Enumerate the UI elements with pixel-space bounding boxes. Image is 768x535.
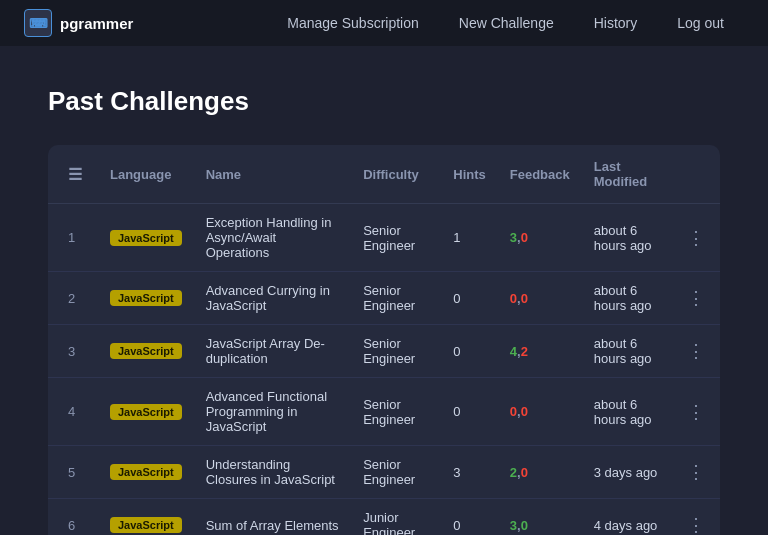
row-id: 3 [48, 325, 98, 378]
row-actions[interactable]: ⋮ [672, 499, 720, 536]
row-feedback: 4,2 [498, 325, 582, 378]
row-menu-button[interactable]: ⋮ [684, 401, 708, 423]
table-row: 2 JavaScript Advanced Currying in JavaSc… [48, 272, 720, 325]
row-hints: 0 [441, 325, 498, 378]
row-difficulty: Senior Engineer [351, 325, 441, 378]
logo-text: pgrammer [60, 15, 133, 32]
row-name: Advanced Currying in JavaScript [194, 272, 352, 325]
table-row: 1 JavaScript Exception Handling in Async… [48, 204, 720, 272]
logo-icon: ⌨ [24, 9, 52, 37]
feedback-positive: 0 [510, 291, 517, 306]
challenges-table-container: ☰ Language Name Difficulty Hints Feedbac… [48, 145, 720, 535]
table-row: 6 JavaScript Sum of Array Elements Junio… [48, 499, 720, 536]
nav-logout[interactable]: Log out [657, 0, 744, 46]
page-title: Past Challenges [48, 86, 720, 117]
row-name: Sum of Array Elements [194, 499, 352, 536]
row-language: JavaScript [98, 272, 194, 325]
row-difficulty: Senior Engineer [351, 204, 441, 272]
row-feedback: 0,0 [498, 272, 582, 325]
row-actions[interactable]: ⋮ [672, 204, 720, 272]
language-badge: JavaScript [110, 230, 182, 246]
row-feedback: 3,0 [498, 499, 582, 536]
language-badge: JavaScript [110, 517, 182, 533]
row-difficulty: Senior Engineer [351, 446, 441, 499]
row-feedback: 3,0 [498, 204, 582, 272]
row-id: 2 [48, 272, 98, 325]
row-actions[interactable]: ⋮ [672, 446, 720, 499]
logo: ⌨ pgrammer [24, 9, 133, 37]
row-difficulty: Senior Engineer [351, 272, 441, 325]
row-menu-button[interactable]: ⋮ [684, 287, 708, 309]
row-language: JavaScript [98, 204, 194, 272]
navbar: ⌨ pgrammer Manage Subscription New Chall… [0, 0, 768, 46]
col-name-header: Name [194, 145, 352, 204]
feedback-positive: 2 [510, 465, 517, 480]
language-badge: JavaScript [110, 404, 182, 420]
row-last-modified: about 6 hours ago [582, 325, 672, 378]
row-menu-button[interactable]: ⋮ [684, 514, 708, 535]
challenges-table: ☰ Language Name Difficulty Hints Feedbac… [48, 145, 720, 535]
row-hints: 0 [441, 272, 498, 325]
nav-links: Manage Subscription New Challenge Histor… [267, 0, 744, 46]
row-feedback: 0,0 [498, 378, 582, 446]
main-content: Past Challenges ☰ Language Name Difficul… [0, 46, 768, 535]
row-last-modified: about 6 hours ago [582, 204, 672, 272]
row-id: 1 [48, 204, 98, 272]
row-language: JavaScript [98, 499, 194, 536]
row-last-modified: 4 days ago [582, 499, 672, 536]
row-hints: 3 [441, 446, 498, 499]
feedback-negative: 0 [521, 518, 528, 533]
row-feedback: 2,0 [498, 446, 582, 499]
row-menu-button[interactable]: ⋮ [684, 461, 708, 483]
row-language: JavaScript [98, 325, 194, 378]
row-difficulty: Senior Engineer [351, 378, 441, 446]
row-menu-button[interactable]: ⋮ [684, 227, 708, 249]
feedback-negative: 0 [521, 465, 528, 480]
row-last-modified: about 6 hours ago [582, 272, 672, 325]
nav-manage-subscription[interactable]: Manage Subscription [267, 0, 439, 46]
table-row: 5 JavaScript Understanding Closures in J… [48, 446, 720, 499]
row-name: JavaScript Array De-duplication [194, 325, 352, 378]
row-hints: 0 [441, 499, 498, 536]
row-last-modified: 3 days ago [582, 446, 672, 499]
feedback-positive: 3 [510, 230, 517, 245]
row-hints: 1 [441, 204, 498, 272]
col-icon-header: ☰ [48, 145, 98, 204]
col-difficulty-header: Difficulty [351, 145, 441, 204]
row-name: Advanced Functional Programming in JavaS… [194, 378, 352, 446]
row-difficulty: Junior Engineer [351, 499, 441, 536]
row-name: Understanding Closures in JavaScript [194, 446, 352, 499]
col-language-header: Language [98, 145, 194, 204]
row-actions[interactable]: ⋮ [672, 272, 720, 325]
col-feedback-header: Feedback [498, 145, 582, 204]
feedback-positive: 0 [510, 404, 517, 419]
row-language: JavaScript [98, 446, 194, 499]
col-hints-header: Hints [441, 145, 498, 204]
nav-history[interactable]: History [574, 0, 658, 46]
nav-new-challenge[interactable]: New Challenge [439, 0, 574, 46]
col-last-modified-header: Last Modified [582, 145, 672, 204]
col-actions-header [672, 145, 720, 204]
language-badge: JavaScript [110, 464, 182, 480]
row-hints: 0 [441, 378, 498, 446]
feedback-positive: 4 [510, 344, 517, 359]
feedback-negative: 0 [521, 291, 528, 306]
row-actions[interactable]: ⋮ [672, 325, 720, 378]
row-id: 5 [48, 446, 98, 499]
list-icon: ☰ [68, 166, 82, 183]
row-id: 6 [48, 499, 98, 536]
table-header-row: ☰ Language Name Difficulty Hints Feedbac… [48, 145, 720, 204]
row-last-modified: about 6 hours ago [582, 378, 672, 446]
row-name: Exception Handling in Async/Await Operat… [194, 204, 352, 272]
language-badge: JavaScript [110, 290, 182, 306]
table-row: 4 JavaScript Advanced Functional Program… [48, 378, 720, 446]
feedback-positive: 3 [510, 518, 517, 533]
table-row: 3 JavaScript JavaScript Array De-duplica… [48, 325, 720, 378]
row-actions[interactable]: ⋮ [672, 378, 720, 446]
language-badge: JavaScript [110, 343, 182, 359]
feedback-negative: 0 [521, 230, 528, 245]
row-menu-button[interactable]: ⋮ [684, 340, 708, 362]
feedback-negative: 2 [521, 344, 528, 359]
row-language: JavaScript [98, 378, 194, 446]
feedback-negative: 0 [521, 404, 528, 419]
